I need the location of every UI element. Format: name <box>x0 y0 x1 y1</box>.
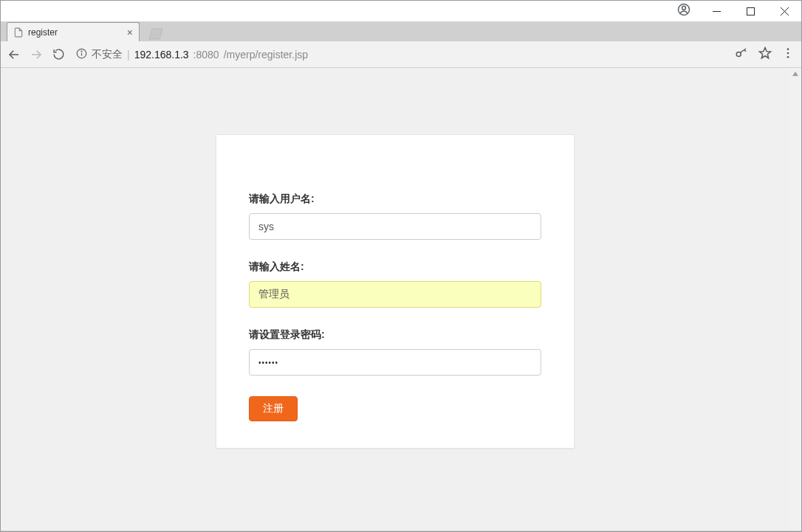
password-input[interactable]: •••••• <box>249 349 541 376</box>
svg-point-11 <box>81 51 82 52</box>
window-maximize-button[interactable] <box>733 1 767 21</box>
url-path: /myerp/register.jsp <box>224 49 308 61</box>
toolbar-right-icons <box>735 46 795 63</box>
menu-icon[interactable] <box>782 47 794 62</box>
tab-strip: register × <box>1 21 801 41</box>
bookmark-star-icon[interactable] <box>758 46 772 63</box>
url-separator: | <box>127 49 130 61</box>
password-field-group: 请设置登录密码: •••••• <box>249 328 541 376</box>
content-wrapper: 请输入用户名: 请输入姓名: 请设置登录密码: •••••• 注册 <box>1 68 801 531</box>
scroll-up-arrow-icon[interactable] <box>789 68 801 80</box>
username-input[interactable] <box>249 213 541 240</box>
site-info-icon[interactable] <box>76 48 87 61</box>
svg-marker-14 <box>760 47 771 58</box>
password-label: 请设置登录密码: <box>249 328 541 342</box>
browser-window: register × 不安全 | 192.168.1.3:8080/myerp/… <box>0 0 802 532</box>
vertical-scrollbar[interactable] <box>789 68 801 531</box>
footer-divider <box>1 531 801 531</box>
register-card: 请输入用户名: 请输入姓名: 请设置登录密码: •••••• 注册 <box>216 134 575 449</box>
svg-point-16 <box>787 52 789 54</box>
file-icon <box>13 27 24 38</box>
window-minimize-button[interactable] <box>699 1 733 21</box>
svg-point-17 <box>787 56 789 58</box>
tab-close-icon[interactable]: × <box>127 27 133 38</box>
url-host: 192.168.1.3 <box>134 49 189 61</box>
svg-rect-3 <box>747 7 754 15</box>
key-icon[interactable] <box>735 46 748 63</box>
browser-tab[interactable]: register × <box>7 22 140 41</box>
svg-marker-6 <box>149 29 162 39</box>
svg-point-1 <box>682 6 686 10</box>
reload-button[interactable] <box>51 47 66 62</box>
svg-point-15 <box>787 48 789 50</box>
browser-toolbar: 不安全 | 192.168.1.3:8080/myerp/register.js… <box>1 41 801 68</box>
forward-button[interactable] <box>29 47 44 62</box>
new-tab-button[interactable] <box>145 27 163 41</box>
address-bar[interactable]: 不安全 | 192.168.1.3:8080/myerp/register.js… <box>73 45 727 64</box>
name-label: 请输入姓名: <box>249 260 541 274</box>
account-icon[interactable] <box>677 3 690 19</box>
name-input[interactable] <box>249 281 541 308</box>
page-content: 请输入用户名: 请输入姓名: 请设置登录密码: •••••• 注册 <box>1 68 789 531</box>
register-button[interactable]: 注册 <box>249 396 298 421</box>
insecure-label: 不安全 <box>92 48 123 61</box>
window-titlebar <box>1 1 801 21</box>
back-button[interactable] <box>7 47 21 62</box>
tab-title: register <box>28 27 58 38</box>
url-port: :8080 <box>193 49 219 61</box>
window-close-button[interactable] <box>767 1 801 21</box>
name-field-group: 请输入姓名: <box>249 260 541 308</box>
username-field-group: 请输入用户名: <box>249 193 541 240</box>
svg-marker-18 <box>792 72 798 76</box>
username-label: 请输入用户名: <box>249 193 541 206</box>
